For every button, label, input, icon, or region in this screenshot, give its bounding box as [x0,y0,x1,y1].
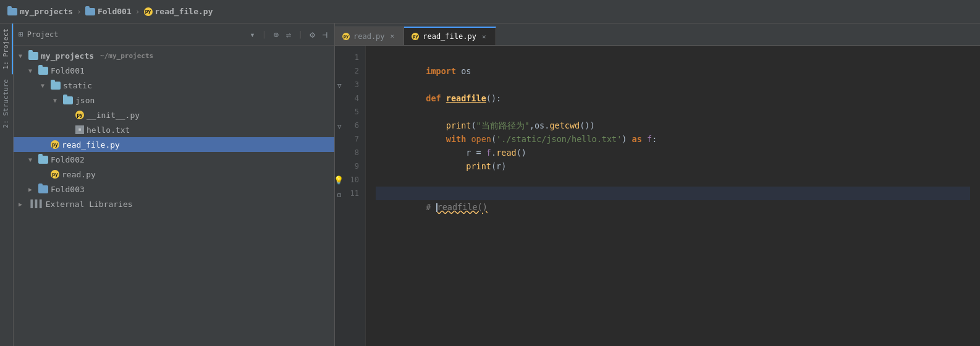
code-content[interactable]: import os def readfile(): print("当前路径为",… [366,46,980,346]
tab-readfilepy[interactable]: py read_file.py × [404,27,496,45]
token-indent-8 [426,161,466,171]
token-readfile-name: readfile [446,93,486,103]
token-open: open [471,134,491,144]
token-print-5: print [446,120,471,130]
tabs-bar: py read.py × py read_file.py × [335,23,980,46]
token-path: './static/json/hello.txt' [496,134,622,144]
code-line-10 [376,173,970,187]
token-readfile-call: readfile() [436,202,488,212]
line-num-3: ▽ 3 [335,78,365,91]
tab-readpy[interactable]: py read.py × [335,27,404,45]
breadcrumb-item-readfilepy[interactable]: read_file.py [155,7,213,16]
tree-item-static[interactable]: ▼ static [14,78,334,93]
line-num-4: 4 [335,91,365,105]
token-os: os [461,66,471,76]
tree-item-readpy[interactable]: ▶ py read.py [14,167,334,182]
code-line-1: import os [376,51,970,64]
token-as: as [632,134,642,144]
panel-add-btn[interactable]: ⊕ [271,28,280,41]
token-comma-5: , [530,120,534,130]
tree-item-fold003[interactable]: ▶ Fold003 [14,182,334,196]
arrow-myprojects: ▼ [19,53,26,59]
tree-subtitle-myprojects: ~/my_projects [100,52,153,60]
tree-label-initpy: __init__.py [87,111,140,120]
token-str-chinese: "当前路径为" [476,120,530,130]
tree-item-hellotxt[interactable]: ▶ ≡ hello.txt [14,122,334,137]
folder-icon-fold001 [38,67,48,75]
panel-title: Project [27,30,244,39]
line-num-8: 8 [335,146,365,159]
code-line-11: # readfile() [376,187,970,200]
gutter-fold-3: ▽ [337,79,342,93]
breadcrumb-item-myprojects[interactable]: my_projects [20,7,73,16]
code-line-3: def readfile(): [376,78,970,91]
token-colon-6: : [652,134,657,144]
pyfile-icon-initpy: py [75,111,84,119]
token-def: def [426,93,441,103]
bulb-icon-10[interactable]: 💡 [335,174,344,187]
arrow-json: ▼ [53,97,61,104]
project-panel: ⊞ Project ▾ | ⊕ ⇌ | ⚙ ⊣ ▼ my_projects ~/… [14,23,335,346]
tree-item-json[interactable]: ▼ json [14,93,334,108]
token-indent-6 [426,134,446,144]
token-f-7: f [486,148,491,158]
tab-structure-vertical[interactable]: 2: Structure [0,74,13,133]
panel-sep-1: | [262,30,267,39]
tab-close-readfilepy[interactable]: × [480,32,488,41]
panel-layout-btn[interactable]: ⇌ [284,28,293,41]
token-paren-6a: ( [491,134,496,144]
token-f: f [647,134,652,144]
token-with: with [446,134,467,144]
text-cursor [436,203,437,212]
folder-icon-json [63,96,73,104]
token-space-def [441,93,446,103]
line-num-7: 7 [335,132,365,146]
arrow-static: ▼ [41,82,48,89]
token-space1 [456,66,461,76]
tree-label-readpy: read.py [62,170,96,179]
code-area: py read.py × py read_file.py × 1 2 ▽ 3 4 [335,23,980,346]
tree-item-external-libraries[interactable]: ▶ ▐▐▐ External Libraries [14,196,334,211]
arrow-fold001: ▼ [28,67,36,74]
panel-dropdown-btn[interactable]: ▾ [248,28,256,41]
breadcrumb-item-fold001[interactable]: Fold001 [98,7,132,16]
tree-label-readfilepy: read_file.py [62,140,120,150]
tree-item-myprojects[interactable]: ▼ my_projects ~/my_projects [14,48,334,63]
tree-label-fold001: Fold001 [51,66,85,75]
arrow-fold003: ▶ [28,186,36,193]
extlib-icon: ▐▐▐ [28,200,42,208]
tree-item-fold002[interactable]: ▼ Fold002 [14,152,334,167]
line-num-10: 💡 10 [335,173,365,187]
token-paren-8b: ) [501,161,506,171]
breadcrumb-py-icon: py [144,7,153,16]
token-dot-7: . [491,148,496,158]
line-num-5: 5 [335,105,365,119]
tab-project-vertical[interactable]: 1: Project [0,23,13,74]
tree-item-fold001[interactable]: ▼ Fold001 [14,63,334,78]
vertical-tabs-panel: 1: Project 2: Structure [0,23,14,346]
tree-label-fold003: Fold003 [51,185,85,194]
token-print-8: print [466,161,491,171]
tree-item-initpy[interactable]: ▶ py __init__.py [14,108,334,122]
line-num-1: 1 [335,51,365,64]
gutter-fold-6: ▽ [337,120,342,133]
tree-label-json: json [75,96,95,105]
tree-item-readfilepy[interactable]: ▶ py read_file.py [14,137,334,152]
code-editor[interactable]: 1 2 ▽ 3 4 5 ▽ 6 7 8 9 💡 10 [335,46,980,346]
main-area: 1: Project 2: Structure ⊞ Project ▾ | ⊕ … [0,23,980,346]
panel-settings-btn[interactable]: ⚙ [308,28,316,41]
token-import: import [426,66,456,76]
panel-sep-2: | [298,30,303,39]
line-num-9: 9 [335,159,365,173]
panel-collapse-btn[interactable]: ⊣ [321,28,329,41]
breadcrumb-folder-icon-1 [7,8,17,15]
tab-close-readpy[interactable]: × [389,32,397,41]
breadcrumb-sep-2: › [135,7,140,16]
tree-label-static: static [63,81,92,90]
token-paren-open: (): [486,93,501,103]
arrow-extlib: ▶ [19,201,26,208]
token-indent-7 [426,148,466,158]
panel-header: ⊞ Project ▾ | ⊕ ⇌ | ⚙ ⊣ [14,23,334,46]
token-paren-8a: ( [491,161,496,171]
tree-label-hellotxt: hello.txt [87,125,130,135]
